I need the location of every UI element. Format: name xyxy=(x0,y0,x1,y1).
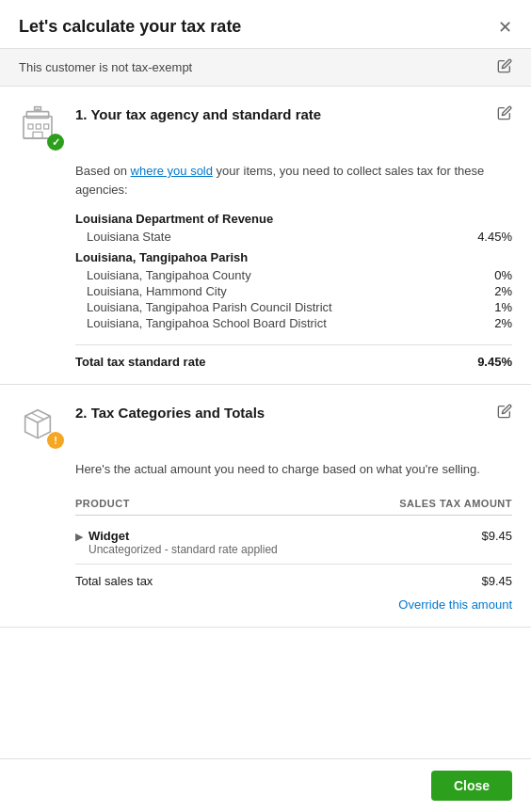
section1-edit-icon[interactable] xyxy=(497,105,512,123)
override-link-wrapper: Override this amount xyxy=(75,597,512,612)
product-row-widget: ▶ Widget Uncategorized - standard rate a… xyxy=(75,521,512,558)
table-header-product: PRODUCT xyxy=(75,498,130,509)
tax-row-amount: 0% xyxy=(494,268,512,282)
total-tax-rate-label: Total tax standard rate xyxy=(75,355,205,369)
section1-header: ✓ 1. Your tax agency and standard rate xyxy=(19,105,512,151)
tax-row-amount: 1% xyxy=(494,300,512,314)
modal-header: Let's calculate your tax rate ✕ xyxy=(0,0,531,49)
tax-row-label: Louisiana, Hammond City xyxy=(87,284,494,298)
tax-row-county: Louisiana, Tangipahoa County 0% xyxy=(75,267,512,283)
section2-body: Here's the actual amount you need to cha… xyxy=(75,460,512,612)
agency-name-2: Louisiana, Tangipahoa Parish xyxy=(75,250,512,264)
svg-rect-4 xyxy=(28,124,33,129)
svg-rect-3 xyxy=(35,107,41,110)
desc-pre: Based on xyxy=(75,164,131,178)
product-amount: $9.45 xyxy=(481,529,512,543)
total-sales-label: Total sales tax xyxy=(75,574,153,588)
tax-row-amount: 2% xyxy=(494,316,512,330)
tax-row-school: Louisiana, Tangipahoa School Board Distr… xyxy=(75,315,512,331)
tax-row-amount: 2% xyxy=(494,284,512,298)
section1-desc: Based on where you sold your items, you … xyxy=(75,162,512,199)
product-name: Widget xyxy=(88,529,278,543)
box-icon-wrapper: ! xyxy=(19,404,64,449)
total-tax-rate-row: Total tax standard rate 9.45% xyxy=(75,344,512,369)
warning-badge: ! xyxy=(47,432,64,449)
agency-group-1: Louisiana Department of Revenue Louisian… xyxy=(75,212,512,245)
section1-title: 1. Your tax agency and standard rate xyxy=(75,106,321,122)
override-this-amount-link[interactable]: Override this amount xyxy=(398,597,512,612)
product-subtitle: Uncategorized - standard rate applied xyxy=(88,543,278,556)
svg-rect-7 xyxy=(33,132,42,138)
product-left: ▶ Widget Uncategorized - standard rate a… xyxy=(75,529,278,556)
modal: Let's calculate your tax rate ✕ This cus… xyxy=(0,0,531,812)
tax-exempt-text: This customer is not tax-exempt xyxy=(19,60,192,74)
section2-edit-icon[interactable] xyxy=(497,404,512,422)
building-icon-wrapper: ✓ xyxy=(19,105,64,151)
tax-row-amount: 4.45% xyxy=(477,230,512,244)
product-info: Widget Uncategorized - standard rate app… xyxy=(88,529,278,556)
products-table: PRODUCT SALES TAX AMOUNT ▶ Widget Uncate… xyxy=(75,492,512,612)
total-tax-rate-amount: 9.45% xyxy=(477,355,512,369)
agency-group-2: Louisiana, Tangipahoa Parish Louisiana, … xyxy=(75,250,512,331)
table-header-amount: SALES TAX AMOUNT xyxy=(399,498,512,509)
section1-title-row: 1. Your tax agency and standard rate xyxy=(75,105,512,123)
close-icon[interactable]: ✕ xyxy=(498,19,512,36)
tax-exempt-banner: This customer is not tax-exempt xyxy=(0,49,531,87)
tax-row-la-state: Louisiana State 4.45% xyxy=(75,229,512,245)
check-badge: ✓ xyxy=(47,134,64,151)
tax-exempt-edit-icon[interactable] xyxy=(497,58,512,76)
agency-name-1: Louisiana Department of Revenue xyxy=(75,212,512,226)
svg-rect-6 xyxy=(44,124,49,129)
tax-row-label: Louisiana State xyxy=(87,230,477,244)
total-sales-row: Total sales tax $9.45 xyxy=(75,564,512,588)
tax-row-label: Louisiana, Tangipahoa Parish Council Dis… xyxy=(87,300,494,314)
table-header: PRODUCT SALES TAX AMOUNT xyxy=(75,492,512,516)
tax-row-council: Louisiana, Tangipahoa Parish Council Dis… xyxy=(75,299,512,315)
tax-row-hammond: Louisiana, Hammond City 2% xyxy=(75,283,512,299)
modal-title: Let's calculate your tax rate xyxy=(19,17,241,37)
close-button[interactable]: Close xyxy=(431,771,512,801)
tax-row-label: Louisiana, Tangipahoa School Board Distr… xyxy=(87,316,494,330)
where-you-sold-link[interactable]: where you sold xyxy=(131,164,213,178)
section-tax-categories: ! 2. Tax Categories and Totals Here's th… xyxy=(0,385,531,628)
section2-title-row: 2. Tax Categories and Totals xyxy=(75,404,512,422)
total-sales-amount: $9.45 xyxy=(481,574,512,588)
section2-header: ! 2. Tax Categories and Totals xyxy=(19,404,512,449)
tax-row-label: Louisiana, Tangipahoa County xyxy=(87,268,494,282)
modal-footer: Close xyxy=(0,758,531,812)
section-tax-agency: ✓ 1. Your tax agency and standard rate B… xyxy=(0,87,531,385)
section1-body: Based on where you sold your items, you … xyxy=(75,162,512,369)
section2-desc: Here's the actual amount you need to cha… xyxy=(75,460,512,479)
chevron-right-icon[interactable]: ▶ xyxy=(75,531,83,543)
svg-rect-5 xyxy=(36,124,40,129)
section2-title: 2. Tax Categories and Totals xyxy=(75,405,265,421)
modal-body: This customer is not tax-exempt xyxy=(0,49,531,758)
